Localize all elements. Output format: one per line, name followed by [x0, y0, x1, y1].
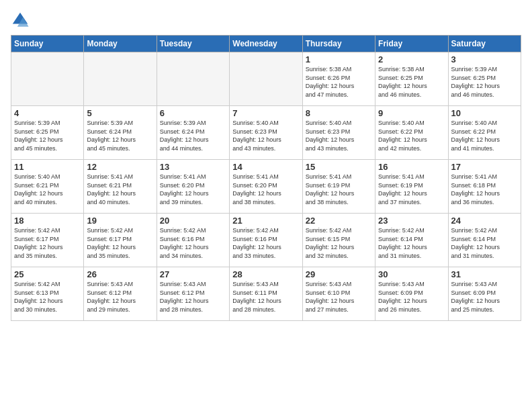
- calendar-cell: 4Sunrise: 5:39 AM Sunset: 6:25 PM Daylig…: [11, 106, 84, 160]
- calendar-cell: 19Sunrise: 5:42 AM Sunset: 6:17 PM Dayli…: [84, 214, 157, 267]
- day-number: 27: [160, 269, 226, 279]
- calendar-week-row: 25Sunrise: 5:42 AM Sunset: 6:13 PM Dayli…: [11, 267, 521, 321]
- day-info: Sunrise: 5:43 AM Sunset: 6:10 PM Dayligh…: [306, 280, 372, 314]
- day-number: 14: [232, 162, 299, 172]
- calendar-cell: 10Sunrise: 5:40 AM Sunset: 6:22 PM Dayli…: [448, 106, 521, 160]
- calendar-week-row: 18Sunrise: 5:42 AM Sunset: 6:17 PM Dayli…: [11, 214, 521, 267]
- day-number: 24: [451, 216, 518, 226]
- day-info: Sunrise: 5:39 AM Sunset: 6:24 PM Dayligh…: [87, 119, 153, 152]
- day-number: 25: [14, 269, 81, 279]
- day-info: Sunrise: 5:38 AM Sunset: 6:26 PM Dayligh…: [306, 65, 372, 99]
- day-number: 15: [306, 162, 372, 172]
- day-info: Sunrise: 5:42 AM Sunset: 6:14 PM Dayligh…: [378, 226, 445, 260]
- day-info: Sunrise: 5:41 AM Sunset: 6:19 PM Dayligh…: [378, 173, 445, 206]
- day-info: Sunrise: 5:43 AM Sunset: 6:12 PM Dayligh…: [160, 280, 226, 314]
- day-number: 10: [451, 108, 518, 118]
- day-number: 21: [232, 216, 299, 226]
- weekday-header: Thursday: [302, 36, 375, 52]
- day-number: 18: [14, 216, 81, 226]
- day-info: Sunrise: 5:40 AM Sunset: 6:23 PM Dayligh…: [306, 119, 372, 152]
- day-info: Sunrise: 5:42 AM Sunset: 6:13 PM Dayligh…: [14, 280, 81, 314]
- day-number: 13: [160, 162, 226, 172]
- day-number: 1: [306, 54, 372, 64]
- day-number: 7: [232, 108, 299, 118]
- day-info: Sunrise: 5:40 AM Sunset: 6:22 PM Dayligh…: [378, 119, 445, 152]
- calendar-week-row: 1Sunrise: 5:38 AM Sunset: 6:26 PM Daylig…: [11, 52, 521, 106]
- calendar-cell: [11, 52, 84, 106]
- calendar-week-row: 11Sunrise: 5:40 AM Sunset: 6:21 PM Dayli…: [11, 160, 521, 214]
- day-info: Sunrise: 5:42 AM Sunset: 6:17 PM Dayligh…: [14, 226, 81, 260]
- day-number: 2: [378, 54, 445, 64]
- calendar-header-row: SundayMondayTuesdayWednesdayThursdayFrid…: [11, 36, 521, 52]
- day-info: Sunrise: 5:42 AM Sunset: 6:16 PM Dayligh…: [232, 226, 299, 260]
- calendar-cell: 17Sunrise: 5:41 AM Sunset: 6:18 PM Dayli…: [448, 160, 521, 214]
- calendar-cell: [84, 52, 157, 106]
- day-number: 31: [451, 269, 518, 279]
- calendar-cell: 13Sunrise: 5:41 AM Sunset: 6:20 PM Dayli…: [157, 160, 229, 214]
- day-number: 11: [14, 162, 81, 172]
- weekday-header: Monday: [84, 36, 157, 52]
- day-info: Sunrise: 5:41 AM Sunset: 6:21 PM Dayligh…: [87, 173, 153, 206]
- calendar-cell: 8Sunrise: 5:40 AM Sunset: 6:23 PM Daylig…: [302, 106, 375, 160]
- calendar-cell: 14Sunrise: 5:41 AM Sunset: 6:20 PM Dayli…: [230, 160, 302, 214]
- weekday-header: Friday: [375, 36, 448, 52]
- calendar-cell: 7Sunrise: 5:40 AM Sunset: 6:23 PM Daylig…: [230, 106, 302, 160]
- day-info: Sunrise: 5:42 AM Sunset: 6:15 PM Dayligh…: [306, 226, 372, 260]
- calendar-cell: 21Sunrise: 5:42 AM Sunset: 6:16 PM Dayli…: [230, 214, 302, 267]
- calendar-cell: 16Sunrise: 5:41 AM Sunset: 6:19 PM Dayli…: [375, 160, 448, 214]
- calendar-cell: 24Sunrise: 5:42 AM Sunset: 6:14 PM Dayli…: [448, 214, 521, 267]
- weekday-header: Wednesday: [230, 36, 302, 52]
- calendar-cell: 9Sunrise: 5:40 AM Sunset: 6:22 PM Daylig…: [375, 106, 448, 160]
- day-info: Sunrise: 5:43 AM Sunset: 6:09 PM Dayligh…: [451, 280, 518, 314]
- calendar-cell: 27Sunrise: 5:43 AM Sunset: 6:12 PM Dayli…: [157, 267, 229, 321]
- calendar-cell: 6Sunrise: 5:39 AM Sunset: 6:24 PM Daylig…: [157, 106, 229, 160]
- day-info: Sunrise: 5:40 AM Sunset: 6:23 PM Dayligh…: [232, 119, 299, 152]
- calendar-cell: 31Sunrise: 5:43 AM Sunset: 6:09 PM Dayli…: [448, 267, 521, 321]
- day-info: Sunrise: 5:42 AM Sunset: 6:14 PM Dayligh…: [451, 226, 518, 260]
- day-number: 8: [306, 108, 372, 118]
- calendar-cell: 23Sunrise: 5:42 AM Sunset: 6:14 PM Dayli…: [375, 214, 448, 267]
- day-number: 28: [232, 269, 299, 279]
- day-number: 9: [378, 108, 445, 118]
- day-number: 17: [451, 162, 518, 172]
- day-info: Sunrise: 5:41 AM Sunset: 6:18 PM Dayligh…: [451, 173, 518, 206]
- day-info: Sunrise: 5:40 AM Sunset: 6:22 PM Dayligh…: [451, 119, 518, 152]
- day-number: 29: [306, 269, 372, 279]
- calendar-cell: 3Sunrise: 5:39 AM Sunset: 6:25 PM Daylig…: [448, 52, 521, 106]
- day-info: Sunrise: 5:42 AM Sunset: 6:16 PM Dayligh…: [160, 226, 226, 260]
- weekday-header: Sunday: [11, 36, 84, 52]
- calendar-cell: 22Sunrise: 5:42 AM Sunset: 6:15 PM Dayli…: [302, 214, 375, 267]
- calendar-cell: 28Sunrise: 5:43 AM Sunset: 6:11 PM Dayli…: [230, 267, 302, 321]
- calendar-cell: 29Sunrise: 5:43 AM Sunset: 6:10 PM Dayli…: [302, 267, 375, 321]
- calendar: SundayMondayTuesdayWednesdayThursdayFrid…: [11, 35, 521, 321]
- day-info: Sunrise: 5:39 AM Sunset: 6:25 PM Dayligh…: [451, 65, 518, 99]
- day-number: 19: [87, 216, 153, 226]
- calendar-cell: 12Sunrise: 5:41 AM Sunset: 6:21 PM Dayli…: [84, 160, 157, 214]
- calendar-cell: 25Sunrise: 5:42 AM Sunset: 6:13 PM Dayli…: [11, 267, 84, 321]
- day-info: Sunrise: 5:39 AM Sunset: 6:25 PM Dayligh…: [14, 119, 81, 152]
- day-number: 4: [14, 108, 81, 118]
- day-number: 26: [87, 269, 153, 279]
- weekday-header: Tuesday: [157, 36, 229, 52]
- day-number: 5: [87, 108, 153, 118]
- day-number: 16: [378, 162, 445, 172]
- day-number: 12: [87, 162, 153, 172]
- header: [11, 8, 521, 30]
- calendar-cell: [157, 52, 229, 106]
- day-number: 22: [306, 216, 372, 226]
- day-number: 20: [160, 216, 226, 226]
- day-number: 23: [378, 216, 445, 226]
- weekday-header: Saturday: [448, 36, 521, 52]
- day-number: 30: [378, 269, 445, 279]
- day-info: Sunrise: 5:43 AM Sunset: 6:11 PM Dayligh…: [232, 280, 299, 314]
- calendar-cell: 26Sunrise: 5:43 AM Sunset: 6:12 PM Dayli…: [84, 267, 157, 321]
- calendar-week-row: 4Sunrise: 5:39 AM Sunset: 6:25 PM Daylig…: [11, 106, 521, 160]
- day-info: Sunrise: 5:39 AM Sunset: 6:24 PM Dayligh…: [160, 119, 226, 152]
- calendar-cell: 15Sunrise: 5:41 AM Sunset: 6:19 PM Dayli…: [302, 160, 375, 214]
- day-number: 6: [160, 108, 226, 118]
- day-info: Sunrise: 5:41 AM Sunset: 6:19 PM Dayligh…: [306, 173, 372, 206]
- logo: [11, 11, 32, 30]
- day-info: Sunrise: 5:41 AM Sunset: 6:20 PM Dayligh…: [232, 173, 299, 206]
- day-info: Sunrise: 5:43 AM Sunset: 6:09 PM Dayligh…: [378, 280, 445, 314]
- day-info: Sunrise: 5:41 AM Sunset: 6:20 PM Dayligh…: [160, 173, 226, 206]
